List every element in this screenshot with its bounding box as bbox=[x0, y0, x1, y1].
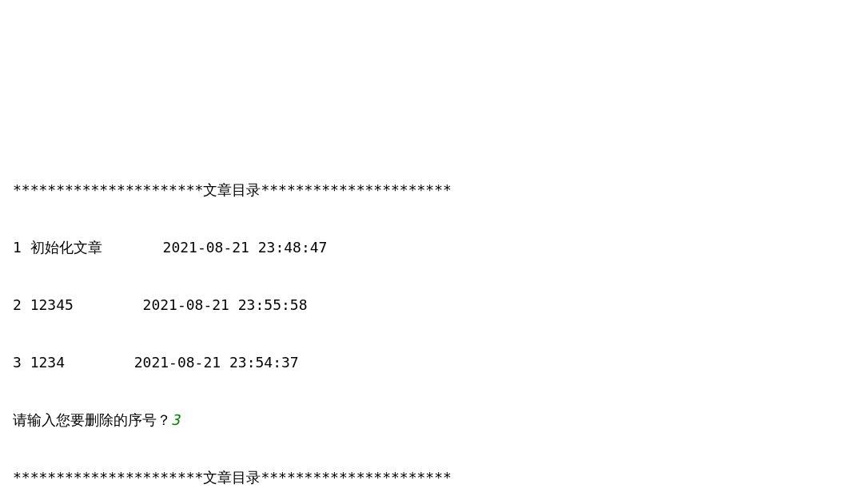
banner-stars-right: ********************** bbox=[261, 181, 451, 198]
article-title: 12345 bbox=[30, 296, 74, 313]
article-row: 2 12345 2021-08-21 23:55:58 bbox=[13, 291, 868, 319]
banner-label: 文章目录 bbox=[203, 469, 261, 486]
article-index: 1 bbox=[13, 239, 22, 256]
banner-stars-right: ********************** bbox=[261, 469, 451, 486]
prompt-delete: 请输入您要删除的序号？ bbox=[13, 411, 171, 428]
banner-stars-left: ********************** bbox=[13, 469, 203, 486]
article-index: 3 bbox=[13, 354, 22, 371]
article-title: 1234 bbox=[30, 354, 65, 371]
article-datetime: 2021-08-21 23:48:47 bbox=[163, 239, 328, 256]
console-output: **********************文章目录**************… bbox=[13, 144, 868, 496]
user-input-delete: 3 bbox=[171, 411, 180, 428]
article-index: 2 bbox=[13, 296, 22, 313]
banner-stars-left: ********************** bbox=[13, 181, 203, 198]
toc-banner: **********************文章目录**************… bbox=[13, 176, 868, 204]
prompt-delete-line: 请输入您要删除的序号？3 bbox=[13, 406, 868, 434]
article-datetime: 2021-08-21 23:55:58 bbox=[143, 296, 308, 313]
article-title: 初始化文章 bbox=[30, 239, 102, 256]
article-row: 3 1234 2021-08-21 23:54:37 bbox=[13, 348, 868, 377]
banner-label: 文章目录 bbox=[203, 181, 261, 198]
article-datetime: 2021-08-21 23:54:37 bbox=[134, 354, 299, 371]
article-row: 1 初始化文章 2021-08-21 23:48:47 bbox=[13, 233, 868, 262]
toc-banner: **********************文章目录**************… bbox=[13, 463, 868, 492]
